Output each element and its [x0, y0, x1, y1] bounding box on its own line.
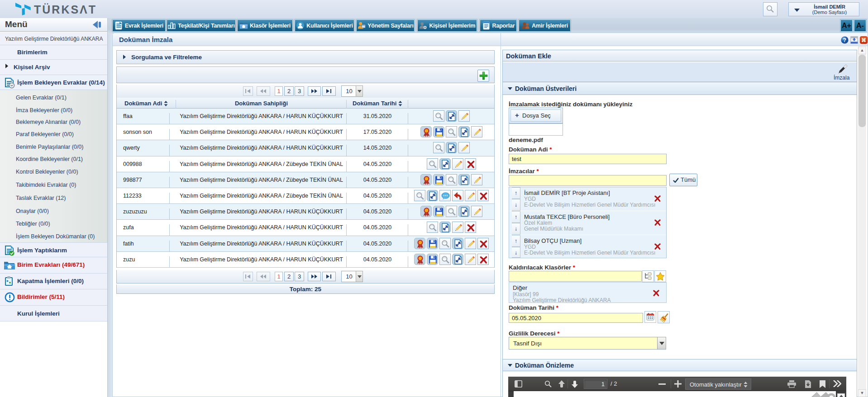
svg-text:?: ?	[843, 37, 846, 43]
